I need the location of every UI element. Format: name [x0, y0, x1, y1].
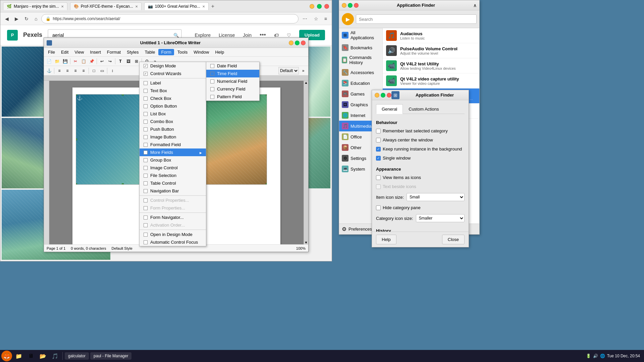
menu-styles[interactable]: Styles: [124, 49, 141, 55]
tb-insert-image[interactable]: 🖼: [125, 58, 132, 65]
back-button[interactable]: ◀: [3, 15, 11, 23]
taskbar-firefox[interactable]: 🦊: [1, 351, 12, 361]
tb2-align-c[interactable]: ≡: [64, 67, 71, 74]
app-qt-v4l2-test[interactable]: 📹 Qt V4L2 test Utility Allow testing Vid…: [383, 58, 479, 73]
view-icons-checkbox[interactable]: [376, 175, 381, 180]
text-beside-icons-checkbox[interactable]: [376, 184, 381, 189]
af-small-minimize[interactable]: [342, 3, 346, 8]
taskbar-terminal[interactable]: 🖥: [25, 351, 36, 361]
license-link[interactable]: License: [219, 33, 235, 38]
af-small-close[interactable]: [354, 3, 359, 8]
afl-close-button[interactable]: Close: [442, 235, 465, 244]
scroll-down[interactable]: ▼: [305, 241, 308, 244]
menu-formatted-field[interactable]: Formatted Field: [140, 141, 206, 148]
handle-tl-1[interactable]: [76, 94, 77, 96]
handle-tr-2[interactable]: [266, 94, 267, 96]
heart-button[interactable]: ♡: [287, 33, 291, 38]
menu-format[interactable]: Format: [104, 49, 123, 55]
taskbar-galculator[interactable]: galculator: [65, 352, 89, 360]
menu-more-fields[interactable]: More Fields: [140, 148, 206, 156]
browser-maximize[interactable]: [317, 4, 322, 9]
menu-combo-box[interactable]: Combo Box: [140, 118, 206, 125]
tb-open[interactable]: 📁: [53, 58, 61, 65]
tb2-justify[interactable]: ≡: [80, 67, 87, 74]
add-tab-button[interactable]: +: [211, 3, 214, 9]
menu-label[interactable]: Label: [140, 79, 206, 87]
afl-tab-general[interactable]: General: [376, 104, 403, 114]
tb-redo[interactable]: ↪: [106, 58, 114, 65]
handle-bl-1[interactable]: [76, 183, 77, 185]
menu-auto-control-focus[interactable]: Automatic Control Focus: [140, 238, 206, 246]
taskbar-vlc-app[interactable]: 🎵: [50, 351, 60, 361]
tb2-arrow[interactable]: ↕: [109, 67, 116, 74]
af-nav-education[interactable]: 📚 Education: [339, 78, 382, 88]
af-nav-all-applications[interactable]: ⊞ All Applications: [339, 28, 382, 42]
menu-image-control[interactable]: Image Control: [140, 164, 206, 172]
category-icon-size-select[interactable]: Smaller Small Normal: [416, 214, 465, 222]
browser-minimize[interactable]: [310, 4, 314, 9]
submenu-currency-field[interactable]: Currency Field: [206, 85, 259, 93]
menu-check-box[interactable]: Check Box: [140, 95, 206, 102]
remember-category-checkbox[interactable]: [376, 129, 381, 133]
menu-button[interactable]: ≡: [322, 15, 329, 23]
explore-link[interactable]: Explore: [195, 33, 211, 38]
tab-1-close[interactable]: ✕: [61, 5, 64, 8]
forward-button[interactable]: ▶: [13, 15, 20, 23]
afl-tab-custom-actions[interactable]: Custom Actions: [403, 104, 444, 114]
af-small-maximize[interactable]: [348, 3, 353, 8]
handle-bm-1[interactable]: [122, 183, 124, 185]
tb2-anchor[interactable]: ⚓: [45, 67, 53, 74]
style-select[interactable]: Default: [278, 67, 299, 74]
tb-undo[interactable]: ↩: [98, 58, 106, 65]
menu-push-button[interactable]: Push Button: [140, 125, 206, 133]
menu-edit[interactable]: Edit: [58, 49, 71, 55]
tb2-more2[interactable]: »: [300, 67, 307, 74]
submenu-pattern-field[interactable]: Pattern Field: [206, 93, 259, 101]
menu-form[interactable]: Form: [158, 49, 174, 55]
tb-text-mode[interactable]: T: [117, 58, 124, 65]
bookmark-button[interactable]: ☆: [312, 15, 320, 23]
browser-tab-2[interactable]: 🎨 Prof-XFCE-theme - Eyecan... ✕: [70, 2, 142, 10]
menu-insert[interactable]: Insert: [87, 49, 104, 55]
tb2-align-l[interactable]: ≡: [56, 67, 63, 74]
menu-text-box[interactable]: Text Box: [140, 87, 206, 95]
afl-close[interactable]: [387, 93, 391, 98]
opendesign-checkbox[interactable]: [144, 233, 148, 237]
menu-view[interactable]: View: [72, 49, 87, 55]
scroll-up[interactable]: ▲: [305, 81, 308, 84]
handle-ml-1[interactable]: [76, 138, 77, 140]
menu-file[interactable]: File: [45, 49, 58, 55]
tb-cut[interactable]: ✂: [72, 58, 79, 65]
menu-control-wizards[interactable]: Control Wizards: [140, 70, 206, 77]
tab-2-close[interactable]: ✕: [135, 5, 138, 8]
submenu-date-field[interactable]: Date Field: [206, 62, 259, 70]
lo-scrollbar-v[interactable]: ▲ ▼: [304, 81, 308, 244]
extensions-button[interactable]: ⋯: [301, 15, 309, 23]
autocontrol-checkbox[interactable]: [144, 240, 148, 244]
menu-group-box[interactable]: Group Box: [140, 156, 206, 164]
af-nav-commands-history[interactable]: 📋 Commands History: [339, 53, 382, 67]
app-qt-v4l2-capture[interactable]: 📹 Qt V4L2 video capture utility Viewer f…: [383, 73, 479, 88]
menu-window[interactable]: Window: [191, 49, 212, 55]
tab-3-close[interactable]: ✕: [202, 5, 205, 8]
join-link[interactable]: Join: [243, 33, 252, 38]
af-nav-accessories[interactable]: 🔧 Accessories: [339, 67, 382, 78]
menu-table-control[interactable]: Table Control: [140, 179, 206, 187]
always-center-checkbox[interactable]: [376, 138, 381, 142]
lo-minimize[interactable]: [289, 41, 293, 45]
design-mode-checkbox[interactable]: [144, 64, 148, 68]
lo-close[interactable]: [301, 41, 306, 45]
af-collapse-button[interactable]: ∧: [473, 3, 477, 8]
control-wizards-checkbox[interactable]: [144, 72, 148, 76]
keep-running-checkbox[interactable]: [376, 147, 381, 152]
hide-category-checkbox[interactable]: [376, 205, 381, 210]
taskbar-files[interactable]: 📁: [13, 351, 24, 361]
menu-nav-bar[interactable]: Navigation Bar: [140, 187, 206, 195]
taskbar-thunar[interactable]: 📂: [38, 351, 48, 361]
menu-list-box[interactable]: List Box: [140, 110, 206, 118]
tb-save[interactable]: 💾: [61, 58, 69, 65]
single-window-checkbox[interactable]: [376, 156, 381, 161]
af-play-button[interactable]: ▶: [342, 13, 354, 25]
af-search-input[interactable]: [356, 14, 477, 24]
menu-open-design-mode[interactable]: Open in Design Mode: [140, 231, 206, 238]
